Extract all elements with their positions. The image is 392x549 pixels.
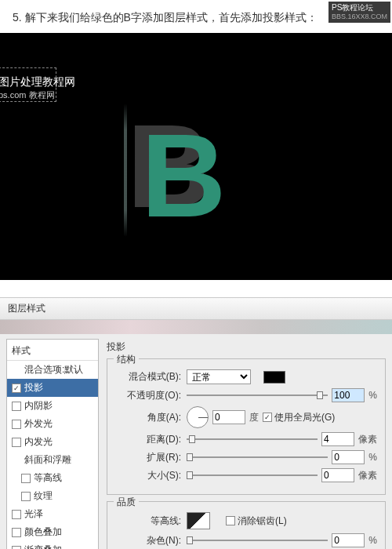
size-unit: 像素 xyxy=(358,469,377,482)
angle-unit: 度 xyxy=(249,411,259,424)
style-item-外发光[interactable]: 外发光 xyxy=(7,415,98,433)
style-item-混合选项:默认[interactable]: 混合选项:默认 xyxy=(7,361,98,379)
size-input[interactable] xyxy=(321,468,354,482)
checkbox-icon xyxy=(12,528,21,537)
style-item-纹理[interactable]: 纹理 xyxy=(7,487,98,505)
style-item-label: 混合选项:默认 xyxy=(24,363,83,376)
noise-slider[interactable] xyxy=(187,535,328,546)
style-item-光泽[interactable]: 光泽 xyxy=(7,505,98,523)
style-list-header: 样式 xyxy=(7,342,98,361)
style-item-内发光[interactable]: 内发光 xyxy=(7,433,98,451)
style-item-label: 斜面和浮雕 xyxy=(24,453,71,467)
spread-slider[interactable] xyxy=(187,452,328,463)
checkbox-icon xyxy=(21,474,31,483)
overlay-text-1: 图片处理教程网 xyxy=(0,75,75,89)
opacity-input[interactable] xyxy=(332,388,365,402)
letter-main-layer: B xyxy=(141,108,223,244)
quality-group-title: 品质 xyxy=(114,496,139,509)
angle-input[interactable] xyxy=(212,410,245,424)
noise-unit: % xyxy=(368,535,377,546)
size-label: 大小(S): xyxy=(115,469,183,482)
style-item-等高线[interactable]: 等高线 xyxy=(7,469,98,487)
opacity-unit: % xyxy=(368,390,377,401)
checkbox-icon xyxy=(12,510,21,519)
style-item-内阴影[interactable]: 内阴影 xyxy=(7,397,98,415)
contour-picker[interactable] xyxy=(187,512,210,529)
style-item-label: 等高线 xyxy=(34,471,62,485)
style-item-label: 投影 xyxy=(24,381,43,394)
style-item-label: 渐变叠加 xyxy=(24,544,62,549)
contour-label: 等高线: xyxy=(115,514,183,528)
style-item-label: 光泽 xyxy=(24,507,43,521)
noise-input[interactable] xyxy=(332,533,365,547)
style-list-panel: 样式 混合选项:默认投影内阴影外发光内发光斜面和浮雕等高线纹理光泽颜色叠加渐变叠… xyxy=(6,339,99,549)
blend-mode-label: 混合模式(B): xyxy=(115,370,183,384)
style-item-渐变叠加[interactable]: 渐变叠加 xyxy=(7,541,98,549)
spread-unit: % xyxy=(368,452,377,463)
noise-label: 杂色(N): xyxy=(115,534,183,547)
shadow-color-swatch[interactable] xyxy=(263,371,285,384)
overlay-text-2: ps.com 教程网 xyxy=(0,89,55,101)
distance-label: 距离(D): xyxy=(115,433,183,446)
structure-group: 结构 混合模式(B): 正常 不透明度(O): % 角度(A): xyxy=(107,358,386,495)
style-options-panel: 投影 结构 混合模式(B): 正常 不透明度(O): % 角度(A): xyxy=(99,339,386,549)
angle-label: 角度(A): xyxy=(115,411,183,424)
distance-unit: 像素 xyxy=(358,433,377,446)
opacity-label: 不透明度(O): xyxy=(115,389,183,402)
quality-group: 品质 等高线: 消除锯齿(L) 杂色(N): % 图层挖空投影(U) xyxy=(107,501,386,549)
watermark-forum: PS教程论坛 BBS.16XX8.COM xyxy=(328,2,390,23)
checkbox-icon xyxy=(12,384,21,393)
spread-label: 扩展(R): xyxy=(115,451,183,464)
checkbox-icon xyxy=(12,420,21,429)
preview-canvas: 图片处理教程网 ps.com 教程网 B B xyxy=(0,33,392,280)
preview-letter: B B xyxy=(141,108,259,234)
dialog-titlebar: 图层样式 xyxy=(0,298,392,320)
blend-mode-select[interactable]: 正常 xyxy=(187,369,251,384)
structure-group-title: 结构 xyxy=(114,353,139,366)
global-light-checkbox[interactable]: 使用全局光(G) xyxy=(263,411,335,424)
checkbox-icon xyxy=(21,492,31,501)
forum-name: PS教程论坛 xyxy=(332,3,387,13)
size-slider[interactable] xyxy=(187,470,318,481)
checkbox-icon xyxy=(12,402,21,411)
opacity-slider[interactable] xyxy=(187,390,328,401)
style-item-颜色叠加[interactable]: 颜色叠加 xyxy=(7,523,98,541)
forum-url: BBS.16XX8.COM xyxy=(332,13,387,21)
angle-dial[interactable] xyxy=(187,406,209,428)
style-item-斜面和浮雕[interactable]: 斜面和浮雕 xyxy=(7,451,98,469)
style-item-label: 颜色叠加 xyxy=(24,525,62,539)
dialog-blur-strip xyxy=(0,320,392,334)
style-item-投影[interactable]: 投影 xyxy=(7,379,98,397)
style-item-label: 内发光 xyxy=(24,435,53,449)
style-item-label: 内阴影 xyxy=(24,399,53,413)
panel-title: 投影 xyxy=(107,340,386,354)
checkbox-icon xyxy=(12,438,21,447)
global-light-label: 使用全局光(G) xyxy=(274,411,335,424)
distance-slider[interactable] xyxy=(187,434,318,445)
style-item-label: 外发光 xyxy=(24,417,53,431)
antialias-checkbox[interactable]: 消除锯齿(L) xyxy=(226,514,287,528)
antialias-label: 消除锯齿(L) xyxy=(238,514,287,528)
distance-input[interactable] xyxy=(321,432,354,446)
checkbox-icon xyxy=(12,546,21,550)
spread-input[interactable] xyxy=(332,450,365,464)
layer-style-dialog: 图层样式 样式 混合选项:默认投影内阴影外发光内发光斜面和浮雕等高线纹理光泽颜色… xyxy=(0,297,392,549)
style-item-label: 纹理 xyxy=(34,489,53,503)
